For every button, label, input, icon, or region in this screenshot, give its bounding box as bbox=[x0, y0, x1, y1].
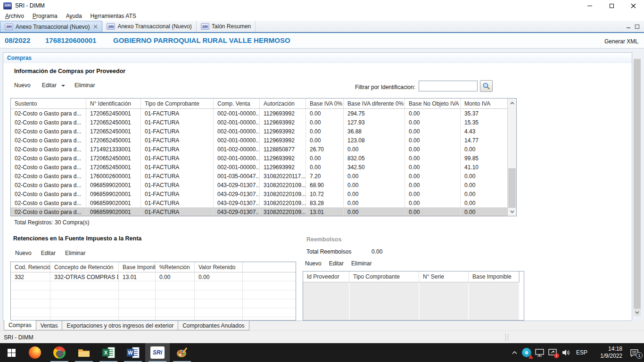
chrome-icon bbox=[53, 346, 66, 359]
action-center-icon[interactable]: 1 bbox=[624, 343, 644, 362]
column-header-tipo-comprobante[interactable]: Tipo Comprobante bbox=[349, 272, 419, 282]
volume-tray-icon[interactable] bbox=[560, 343, 573, 362]
cell: 14.77 bbox=[461, 136, 507, 145]
compras-nuevo-button[interactable]: Nuevo bbox=[14, 82, 31, 89]
cell: 0.00 bbox=[405, 127, 461, 136]
cell: 1720652450001 bbox=[86, 154, 141, 163]
retenciones-empty-row[interactable] bbox=[11, 317, 296, 321]
reembolsos-eliminar-button[interactable]: Eliminar bbox=[351, 260, 372, 267]
column-header-retenci-n[interactable]: %Retención bbox=[156, 262, 195, 272]
bottom-tab-exportaciones-y-otros-ingresos-del-exterior[interactable]: Exportaciones y otros ingresos del exter… bbox=[62, 321, 178, 330]
compras-row-6[interactable]: 02-Costo o Gasto para d...17206524500010… bbox=[11, 163, 507, 172]
minimize-button[interactable] bbox=[579, 0, 601, 11]
view-scroll-down-button[interactable] bbox=[634, 309, 641, 316]
column-header-sustento[interactable]: Sustento bbox=[11, 99, 86, 108]
column-header-n-serie[interactable]: N° Serie bbox=[419, 272, 469, 282]
taskbar-start-button[interactable] bbox=[0, 343, 23, 362]
taskbar-sri-dimm-app[interactable]: SRi bbox=[145, 343, 170, 362]
bottom-tab-comprobantes-anulados[interactable]: Comprobantes Anulados bbox=[178, 321, 249, 330]
tab-close-icon[interactable] bbox=[93, 25, 98, 29]
retenciones-empty-row[interactable] bbox=[11, 299, 296, 308]
retenciones-empty-row[interactable] bbox=[11, 290, 296, 299]
compras-row-9[interactable]: 02-Costo o Gasto para d...09685990200010… bbox=[11, 189, 507, 198]
column-header-base-iva-0[interactable]: Base IVA 0% bbox=[306, 99, 344, 108]
filter-identificacion-input[interactable] bbox=[419, 81, 478, 91]
reembolsos-editar-button[interactable]: Editar bbox=[329, 260, 344, 267]
column-header-monto-iva[interactable]: Monto IVA bbox=[461, 99, 508, 108]
cell: 310820220109... bbox=[260, 198, 306, 207]
column-header-valor-retenido[interactable]: Valor Retenido bbox=[195, 262, 243, 272]
maximize-button[interactable] bbox=[601, 0, 622, 11]
title-bar: SRi SRI - DIMM bbox=[0, 0, 644, 11]
tab-anexo-transaccional-nuevo-1[interactable]: SRiAnexo Transaccional (Nuevo) bbox=[102, 21, 196, 32]
menu-programa[interactable]: Programa bbox=[28, 12, 62, 20]
taskbar-chrome-app[interactable] bbox=[47, 343, 72, 362]
close-button[interactable] bbox=[622, 0, 644, 11]
taskbar-word-app[interactable]: W bbox=[121, 343, 145, 362]
column-header-tipo-de-comprobante[interactable]: Tipo de Comprobante bbox=[141, 99, 214, 108]
bottom-tab-ventas[interactable]: Ventas bbox=[36, 321, 63, 330]
taskbar-firefox-app[interactable] bbox=[23, 343, 47, 362]
reembolsos-nuevo-button[interactable]: Nuevo bbox=[305, 260, 322, 267]
retenciones-empty-row[interactable] bbox=[11, 281, 296, 290]
compras-row-7[interactable]: 02-Costo o Gasto para d...17600026000010… bbox=[11, 172, 507, 181]
maximize-view-icon[interactable] bbox=[635, 24, 640, 29]
view-scrollbar-thumb[interactable] bbox=[634, 59, 641, 309]
menu-archivo[interactable]: Archivo bbox=[1, 12, 28, 20]
clock[interactable]: 14:18 1/9/2022 bbox=[590, 343, 624, 362]
tray-chevron-up-icon[interactable] bbox=[509, 343, 520, 362]
language-indicator[interactable]: ESP bbox=[573, 343, 590, 362]
screenshare-tray-icon[interactable]: ! bbox=[546, 343, 560, 362]
column-header-id-proveedor[interactable]: Id Proveedor bbox=[303, 272, 349, 282]
scrollbar-thumb[interactable] bbox=[508, 168, 516, 208]
compras-row-3[interactable]: 02-Costo o Gasto para d...17206524500010… bbox=[11, 136, 507, 145]
cell: 01-FACTURA bbox=[141, 207, 214, 216]
menu-ayuda[interactable]: Ayuda bbox=[62, 12, 86, 20]
retenciones-row-0[interactable]: 332332-OTRAS COMPRAS DE BIE...13.010.000… bbox=[11, 272, 296, 281]
compras-eliminar-button[interactable]: Eliminar bbox=[74, 82, 95, 89]
column-header-base-imponible[interactable]: Base Imponible bbox=[119, 262, 156, 272]
cell: 0.00 bbox=[306, 154, 344, 163]
compras-row-11[interactable]: 02-Costo o Gasto para d...09685990200010… bbox=[11, 207, 507, 216]
compras-row-1[interactable]: 02-Costo o Gasto para d...17206524500010… bbox=[11, 118, 507, 127]
retenciones-nuevo-button[interactable]: Nuevo bbox=[15, 250, 32, 256]
compras-row-8[interactable]: 02-Costo o Gasto para d...09685990200010… bbox=[11, 181, 507, 189]
cell: 0968599020001 bbox=[86, 207, 141, 216]
column-header-base-no-objeto-iva[interactable]: Base No Objeto IVA bbox=[405, 99, 461, 108]
retenciones-empty-row[interactable] bbox=[11, 308, 296, 317]
search-button[interactable] bbox=[480, 80, 493, 92]
column-header-n-identificaci-n[interactable]: N° Identificación bbox=[86, 99, 141, 108]
taskbar-paint-app[interactable] bbox=[170, 343, 194, 362]
compras-editar-button[interactable]: Editar bbox=[42, 82, 57, 89]
retenciones-editar-button[interactable]: Editar bbox=[41, 250, 56, 256]
compras-row-10[interactable]: 02-Costo o Gasto para d...09685990200010… bbox=[11, 198, 507, 207]
bottom-tab-compras[interactable]: Compras bbox=[4, 321, 36, 330]
generar-xml-button[interactable]: Generar XML bbox=[604, 38, 638, 45]
compras-row-5[interactable]: 02-Costo o Gasto para d...17206524500010… bbox=[11, 154, 507, 163]
editar-dropdown-icon[interactable] bbox=[61, 85, 65, 89]
column-header-comp-venta[interactable]: Comp. Venta bbox=[214, 99, 260, 108]
chevron-up-icon bbox=[510, 102, 514, 105]
scroll-down-button[interactable] bbox=[508, 207, 516, 216]
compras-row-2[interactable]: 02-Costo o Gasto para d...17206524500010… bbox=[11, 127, 507, 136]
network-tray-icon[interactable] bbox=[533, 343, 546, 362]
compras-row-4[interactable]: 02-Costo o Gasto para d...17149213330010… bbox=[11, 145, 507, 154]
compras-subtitle: Información de Compras por Proveedor bbox=[14, 68, 125, 74]
retenciones-eliminar-button[interactable]: Eliminar bbox=[65, 250, 85, 256]
taskbar-excel-app[interactable]: X bbox=[96, 343, 121, 362]
column-header-autorizaci-n[interactable]: Autorización bbox=[260, 99, 306, 108]
compras-row-0[interactable]: 02-Costo o Gasto para d...17206524500010… bbox=[11, 109, 507, 118]
column-header-base-imponible[interactable]: Base Imponible bbox=[469, 272, 519, 282]
eset-tray-icon[interactable]: e bbox=[520, 343, 533, 362]
minimize-view-icon[interactable] bbox=[626, 24, 631, 29]
column-header-cod-retenci-n[interactable]: Cod. Retención bbox=[11, 262, 50, 272]
menu-herramientas-ats[interactable]: Herramientas ATS bbox=[86, 12, 140, 20]
cell: 0.00 bbox=[461, 145, 507, 154]
column-header-concepto-de-retenci-n[interactable]: Concepto de Retención bbox=[50, 262, 119, 272]
tab-anexo-transaccional-nuevo-0[interactable]: SRiAnexo Transaccional (Nuevo) bbox=[0, 21, 102, 32]
scroll-up-button[interactable] bbox=[508, 99, 516, 107]
column-header-base-iva-diferente-0[interactable]: Base IVA diferente 0% bbox=[344, 99, 405, 108]
tab-tal-n-resumen-2[interactable]: SRiTalón Resumen bbox=[197, 21, 256, 32]
cell: 02-Costo o Gasto para d... bbox=[11, 136, 86, 145]
taskbar-explorer-app[interactable] bbox=[72, 343, 96, 362]
